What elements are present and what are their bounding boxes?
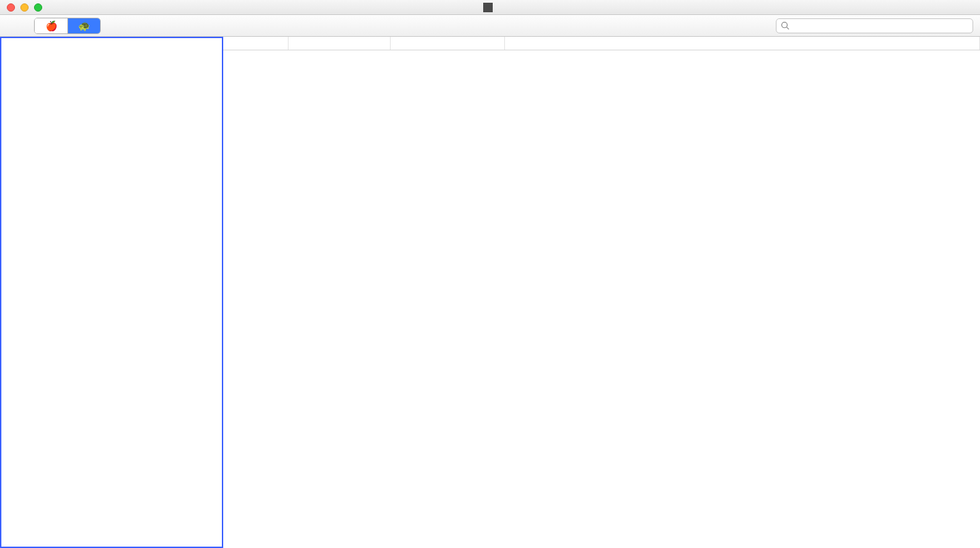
app-icon bbox=[483, 3, 493, 12]
search-field[interactable] bbox=[776, 18, 973, 33]
col-value[interactable] bbox=[505, 37, 980, 50]
view-mode-segment: 🍎 🐢 bbox=[34, 18, 101, 34]
svg-point-0 bbox=[782, 22, 787, 28]
mode-rich-button[interactable]: 🐢 bbox=[67, 18, 100, 33]
mode-raw-button[interactable]: 🍎 bbox=[35, 18, 67, 33]
toolbar: 🍎 🐢 bbox=[0, 15, 980, 37]
detail-pane[interactable] bbox=[223, 37, 980, 548]
search-icon bbox=[781, 21, 789, 30]
col-address[interactable] bbox=[223, 37, 289, 50]
table-header bbox=[223, 37, 980, 50]
svg-line-1 bbox=[787, 27, 789, 29]
sidebar[interactable] bbox=[0, 37, 223, 548]
titlebar bbox=[0, 0, 980, 15]
col-data[interactable] bbox=[289, 37, 391, 50]
search-input[interactable] bbox=[792, 21, 968, 31]
turtle-icon: 🐢 bbox=[78, 20, 90, 31]
col-description[interactable] bbox=[391, 37, 505, 50]
apple-icon: 🍎 bbox=[46, 20, 57, 31]
